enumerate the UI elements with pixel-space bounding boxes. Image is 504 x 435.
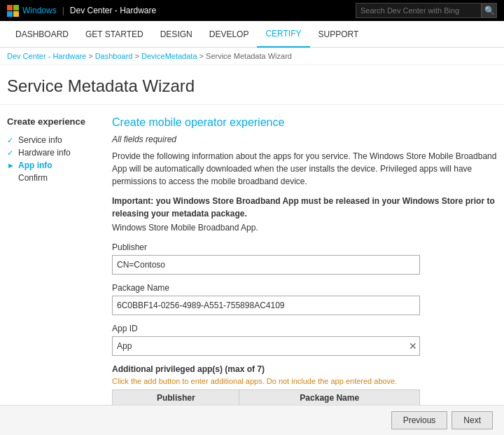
sidebar-item-service-info[interactable]: ✓ Service info (7, 134, 98, 146)
sidebar-group-title: Create experience (7, 116, 98, 127)
publisher-field-group: Publisher (112, 242, 497, 275)
topbar-separator: | (62, 6, 64, 15)
topbar: Windows | Dev Center - Hardware 🔍 (0, 0, 504, 21)
table-header-publisher: Publisher (113, 390, 239, 406)
arrow-icon-app-info: ► (7, 161, 15, 170)
nav-support[interactable]: SUPPORT (310, 21, 368, 48)
table-header-row: Publisher Package Name (113, 390, 420, 406)
breadcrumb-current: Service Metadata Wizard (206, 52, 292, 60)
app-id-label: App ID (112, 324, 497, 333)
app-id-clear-button[interactable]: ✕ (409, 341, 417, 351)
breadcrumb-link-1[interactable]: Dashboard (95, 52, 133, 60)
app-id-input[interactable] (112, 336, 420, 356)
max-label: (max of 7) (225, 364, 265, 374)
breadcrumb: Dev Center - Hardware > Dashboard > Devi… (0, 48, 504, 65)
breadcrumb-link-0[interactable]: Dev Center - Hardware (7, 52, 86, 60)
sidebar-label-service-info: Service info (18, 135, 62, 145)
next-button[interactable]: Next (451, 411, 493, 429)
windows-logo: Windows (7, 5, 57, 17)
main-content: Create experience ✓ Service info ✓ Hardw… (0, 105, 504, 435)
search-input[interactable] (356, 3, 482, 18)
sidebar: Create experience ✓ Service info ✓ Hardw… (7, 116, 98, 435)
sidebar-label-hardware-info: Hardware info (18, 148, 71, 158)
app-id-field-group: App ID ✕ (112, 324, 497, 356)
topbar-title: Dev Center - Hardware (70, 6, 156, 15)
navbar: DASHBOARD GET STARTED DESIGN DEVELOP CER… (0, 21, 504, 48)
app-id-input-wrapper: ✕ (112, 336, 420, 356)
check-icon-hardware-info: ✓ (7, 149, 15, 158)
content-area: Create mobile operator experience All fi… (98, 116, 497, 435)
check-icon-confirm (7, 174, 15, 182)
search-icon[interactable]: 🔍 (482, 3, 497, 18)
description-text: Provide the following information about … (112, 150, 497, 188)
sidebar-item-hardware-info[interactable]: ✓ Hardware info (7, 146, 98, 159)
check-icon-service-info: ✓ (7, 136, 15, 145)
sidebar-label-app-info: App info (18, 160, 52, 170)
package-name-label: Package Name (112, 283, 497, 293)
sidebar-label-confirm: Confirm (18, 173, 48, 183)
click-hint: Click the add button to enter additional… (112, 377, 497, 385)
breadcrumb-link-2[interactable]: DeviceMetadata (141, 52, 197, 60)
additional-label-text: Additional privileged app(s) (112, 364, 223, 374)
publisher-input[interactable] (112, 255, 420, 275)
breadcrumb-sep-0: > (88, 52, 94, 60)
windows-text: Windows (22, 6, 57, 15)
important-text: Important: you Windows Store Broadband A… (112, 195, 497, 220)
package-name-field-group: Package Name (112, 283, 497, 315)
publisher-label: Publisher (112, 242, 497, 252)
table-header-package-name: Package Name (239, 390, 420, 406)
content-title: Create mobile operator experience (112, 116, 497, 129)
footer: Previous Next (0, 405, 504, 435)
topbar-search: 🔍 (356, 3, 497, 18)
nav-develop[interactable]: DEVELOP (201, 21, 258, 48)
breadcrumb-sep-2: > (200, 52, 206, 60)
nav-design[interactable]: DESIGN (152, 21, 201, 48)
sidebar-item-confirm[interactable]: Confirm (7, 172, 98, 184)
windows-logo-icon (7, 5, 19, 17)
additional-label: Additional privileged app(s) (max of 7) (112, 364, 497, 374)
page-title: Service Metadata Wizard (0, 65, 504, 105)
important-bold: Important: you Windows Store Broadband A… (112, 196, 495, 219)
package-name-input[interactable] (112, 296, 420, 315)
topbar-left: Windows | Dev Center - Hardware (7, 5, 156, 17)
breadcrumb-sep-1: > (135, 52, 141, 60)
nav-get-started[interactable]: GET STARTED (77, 21, 152, 48)
nav-dashboard[interactable]: DASHBOARD (7, 21, 77, 48)
all-fields-required: All fields required (112, 134, 497, 144)
previous-button[interactable]: Previous (391, 411, 448, 429)
sub-text: Windows Store Mobile Broadband App. (112, 223, 497, 233)
sidebar-item-app-info[interactable]: ► App info (7, 159, 98, 172)
nav-certify[interactable]: CERTIFY (257, 21, 309, 48)
